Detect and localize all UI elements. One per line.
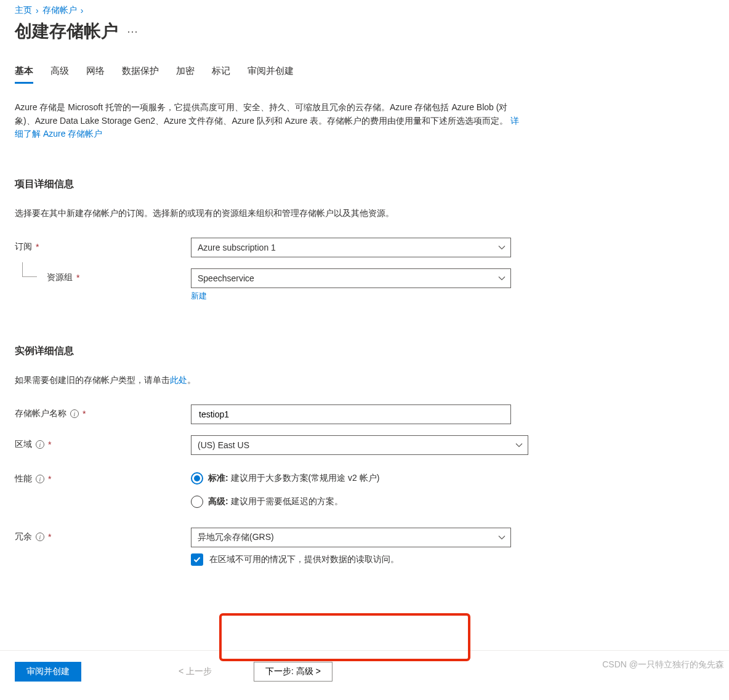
prev-step-button[interactable]: < 上一步 (167, 662, 223, 682)
redundancy-select[interactable]: 异地冗余存储(GRS) (191, 528, 511, 547)
section-instance-title: 实例详细信息 (15, 345, 714, 358)
tree-line-icon (22, 262, 37, 277)
redundancy-label-text: 冗余 (15, 531, 32, 542)
read-access-checkbox[interactable] (191, 553, 203, 566)
redundancy-label: 冗余 i * (15, 528, 191, 542)
required-icon: * (83, 409, 86, 419)
section-project-title: 项目详细信息 (15, 178, 714, 191)
legacy-text: 如果需要创建旧的存储帐户类型，请单击 (15, 375, 170, 385)
intro-text: Azure 存储是 Microsoft 托管的一项服务，它提供高度可用、安全、持… (15, 101, 520, 141)
tab-advanced[interactable]: 高级 (50, 62, 69, 84)
resourcegroup-label: 资源组 * (15, 268, 191, 283)
subscription-label: 订阅 * (15, 238, 191, 252)
storagename-input[interactable] (198, 409, 493, 420)
storagename-input-wrap (191, 404, 511, 424)
tab-review[interactable]: 审阅并创建 (248, 62, 294, 84)
redundancy-value: 异地冗余存储(GRS) (198, 532, 274, 543)
tab-encrypt[interactable]: 加密 (176, 62, 195, 84)
tab-network[interactable]: 网络 (86, 62, 105, 84)
watermark: CSDN @一只特立独行的兔先森 (602, 659, 724, 670)
storagename-label-text: 存储帐户名称 (15, 408, 66, 419)
tab-bar: 基本 高级 网络 数据保护 加密 标记 审阅并创建 (15, 62, 714, 84)
subscription-value: Azure subscription 1 (198, 243, 276, 252)
chevron-down-icon (515, 441, 523, 449)
read-access-label: 在区域不可用的情况下，提供对数据的读取访问。 (209, 554, 399, 565)
check-icon (193, 555, 201, 564)
required-icon: * (76, 273, 79, 283)
chevron-right-icon: › (81, 6, 84, 15)
performance-label-text: 性能 (15, 473, 32, 485)
region-label: 区域 i * (15, 435, 191, 450)
legacy-link[interactable]: 此处 (170, 375, 187, 385)
chevron-down-icon (498, 534, 505, 541)
more-actions-button[interactable]: ⋯ (127, 25, 139, 38)
breadcrumb-home[interactable]: 主页 (15, 5, 32, 16)
breadcrumb: 主页 › 存储帐户 › (15, 5, 714, 16)
required-icon: * (48, 474, 51, 484)
tab-dataprot[interactable]: 数据保护 (122, 62, 159, 84)
section-project-desc: 选择要在其中新建存储帐户的订阅。选择新的或现有的资源组来组织和管理存储帐户以及其… (15, 208, 714, 219)
performance-label: 性能 i * (15, 470, 191, 485)
subscription-label-text: 订阅 (15, 241, 32, 252)
chevron-down-icon (498, 275, 505, 282)
info-icon[interactable]: i (36, 533, 44, 541)
tab-tags[interactable]: 标记 (212, 62, 230, 84)
performance-premium-label: 高级: 建议用于需要低延迟的方案。 (208, 496, 343, 507)
region-label-text: 区域 (15, 439, 32, 450)
tab-basic[interactable]: 基本 (15, 62, 33, 84)
next-step-button[interactable]: 下一步: 高级 > (254, 662, 332, 682)
review-create-button[interactable]: 审阅并创建 (15, 662, 81, 682)
resourcegroup-select[interactable]: Speechservice (191, 268, 511, 288)
region-select[interactable]: (US) East US (191, 435, 528, 455)
chevron-down-icon (498, 244, 505, 251)
intro-body: Azure 存储是 Microsoft 托管的一项服务，它提供高度可用、安全、持… (15, 102, 510, 126)
storagename-label: 存储帐户名称 i * (15, 404, 191, 419)
resourcegroup-label-text: 资源组 (47, 272, 73, 283)
region-value: (US) East US (198, 440, 249, 450)
section-instance-desc: 如果需要创建旧的存储帐户类型，请单击此处。 (15, 375, 714, 386)
required-icon: * (48, 532, 51, 542)
info-icon[interactable]: i (70, 409, 79, 418)
subscription-select[interactable]: Azure subscription 1 (191, 238, 511, 257)
chevron-right-icon: › (36, 6, 39, 15)
required-icon: * (48, 440, 51, 449)
performance-premium-radio[interactable] (191, 496, 203, 508)
performance-standard-label: 标准: 建议用于大多数方案(常规用途 v2 帐户) (208, 473, 379, 484)
info-icon[interactable]: i (36, 440, 44, 449)
resourcegroup-value: Speechservice (198, 273, 254, 283)
resourcegroup-new-link[interactable]: 新建 (191, 291, 511, 302)
performance-standard-radio[interactable] (191, 472, 203, 485)
info-icon[interactable]: i (36, 475, 44, 483)
required-icon: * (36, 242, 39, 252)
breadcrumb-storage[interactable]: 存储帐户 (42, 5, 77, 16)
page-title: 创建存储帐户 (15, 20, 118, 43)
